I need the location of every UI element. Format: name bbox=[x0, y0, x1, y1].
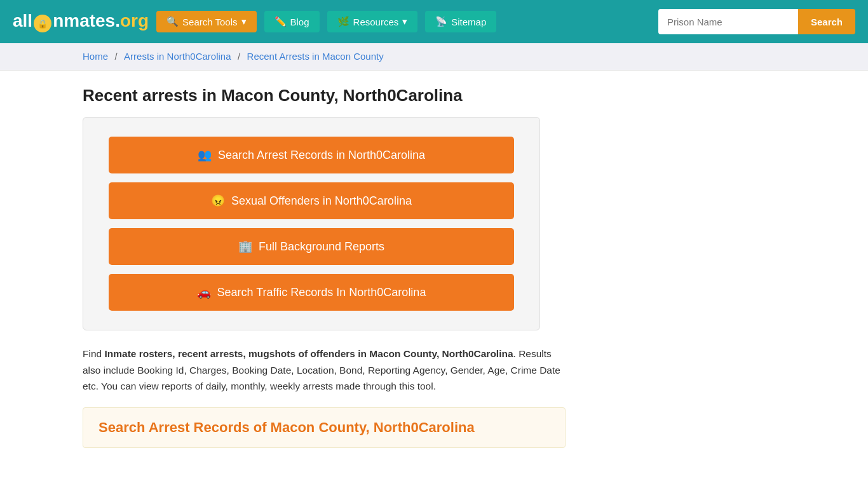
logo-icon: 🔒 bbox=[34, 15, 51, 32]
nav-search-tools-label: Search Tools bbox=[182, 17, 237, 27]
background-reports-label: Full Background Reports bbox=[259, 240, 384, 254]
resources-icon: 🌿 bbox=[337, 16, 349, 27]
traffic-records-icon: 🚗 bbox=[197, 285, 211, 299]
nav-blog[interactable]: ✏️ Blog bbox=[264, 11, 320, 32]
section-heading-box: Search Arrest Records of Macon County, N… bbox=[83, 407, 566, 448]
nav-search-tools[interactable]: 🔍 Search Tools ▾ bbox=[156, 11, 256, 32]
breadcrumb-current: Recent Arrests in Macon County bbox=[247, 51, 384, 62]
desc-bold: Inmate rosters, recent arrests, mugshots… bbox=[104, 348, 513, 359]
traffic-records-label: Search Traffic Records In North0Carolina bbox=[217, 286, 426, 299]
nav-sitemap-label: Sitemap bbox=[451, 17, 486, 27]
prison-search-area: Search bbox=[658, 9, 855, 34]
breadcrumb-sep-1: / bbox=[114, 51, 117, 62]
arrest-records-button[interactable]: 👥 Search Arrest Records in North0Carolin… bbox=[109, 137, 514, 173]
site-header: all🔒nmates.org 🔍 Search Tools ▾ ✏️ Blog … bbox=[0, 0, 868, 43]
site-logo[interactable]: all🔒nmates.org bbox=[13, 11, 149, 33]
prison-search-button[interactable]: Search bbox=[798, 9, 855, 34]
prison-name-input[interactable] bbox=[658, 9, 798, 34]
breadcrumb-state[interactable]: Arrests in North0Carolina bbox=[124, 51, 231, 62]
prison-search-label: Search bbox=[811, 17, 843, 27]
desc-prefix: Find bbox=[83, 348, 104, 359]
resources-dropdown-icon: ▾ bbox=[402, 16, 407, 27]
sex-offenders-button[interactable]: 😠 Sexual Offenders in North0Carolina bbox=[109, 182, 514, 219]
nav-resources[interactable]: 🌿 Resources ▾ bbox=[327, 11, 418, 32]
section-heading: Search Arrest Records of Macon County, N… bbox=[98, 419, 550, 436]
action-buttons-card: 👥 Search Arrest Records in North0Carolin… bbox=[83, 117, 540, 330]
background-reports-icon: 🏢 bbox=[238, 240, 252, 254]
sitemap-icon: 📡 bbox=[435, 16, 447, 27]
description-paragraph: Find Inmate rosters, recent arrests, mug… bbox=[83, 346, 566, 395]
arrest-records-icon: 👥 bbox=[198, 148, 212, 162]
sex-offenders-label: Sexual Offenders in North0Carolina bbox=[231, 194, 412, 208]
background-reports-button[interactable]: 🏢 Full Background Reports bbox=[109, 228, 514, 265]
main-content: Recent arrests in Macon County, North0Ca… bbox=[0, 71, 868, 463]
nav-blog-label: Blog bbox=[290, 17, 309, 27]
arrest-records-label: Search Arrest Records in North0Carolina bbox=[218, 149, 425, 162]
breadcrumb-home[interactable]: Home bbox=[83, 51, 108, 62]
breadcrumb: Home / Arrests in North0Carolina / Recen… bbox=[0, 43, 868, 71]
search-tools-dropdown-icon: ▾ bbox=[241, 16, 247, 27]
search-tools-icon: 🔍 bbox=[166, 16, 179, 27]
traffic-records-button[interactable]: 🚗 Search Traffic Records In North0Caroli… bbox=[109, 274, 514, 311]
breadcrumb-sep-2: / bbox=[238, 51, 240, 62]
page-title: Recent arrests in Macon County, North0Ca… bbox=[83, 86, 785, 105]
blog-icon: ✏️ bbox=[275, 16, 287, 27]
sex-offenders-icon: 😠 bbox=[211, 194, 225, 208]
nav-resources-label: Resources bbox=[353, 17, 399, 27]
nav-sitemap[interactable]: 📡 Sitemap bbox=[425, 11, 496, 32]
